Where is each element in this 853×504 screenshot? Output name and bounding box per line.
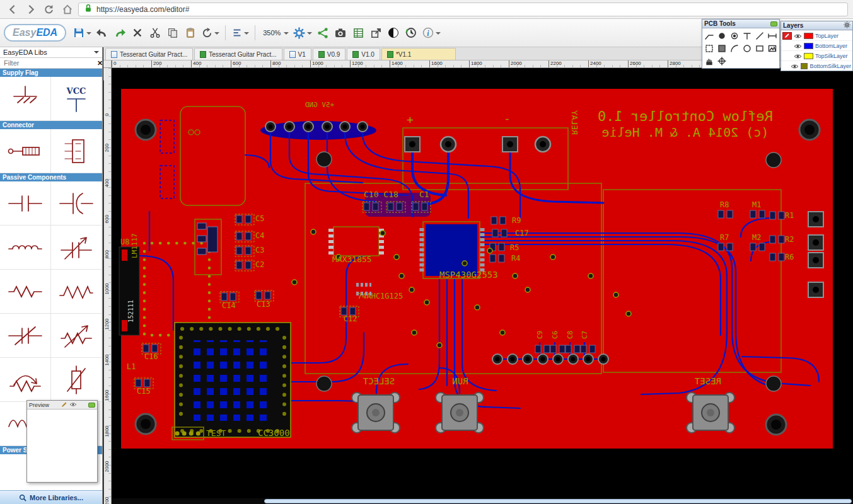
edge-pad[interactable] [808,253,823,268]
silk-label-buffer[interactable]: 74AHC1G125 [357,292,403,301]
easyeda-logo[interactable]: EasyEDA [4,24,66,42]
layer-color-chip[interactable] [804,53,813,59]
layer-row-toplayer[interactable]: TopLayer [781,30,852,40]
eye-icon[interactable] [69,402,77,408]
silk-label-c14[interactable]: C14 [222,301,236,310]
silk-label-r8[interactable]: R8 [720,200,729,209]
relay-pad[interactable] [502,137,518,152]
silk-label-reset[interactable]: RESET [694,376,721,386]
cut-button[interactable] [147,23,163,43]
libs-selector[interactable]: EasyEDA Libs [0,47,102,58]
edge-pad[interactable] [808,282,823,297]
silk-label-select[interactable]: SELECT [363,376,395,386]
reload-icon[interactable] [42,2,57,17]
silk-label-m1[interactable]: M1 [752,200,761,209]
lib-symbol-resistor-variable[interactable] [51,314,102,358]
silk-label-lm1117[interactable]: LM1117 [131,233,139,258]
eye-icon[interactable] [791,60,799,72]
silk-label-msp430[interactable]: MSP430G2553 [439,270,498,280]
horizontal-scrollbar[interactable] [112,498,853,504]
home-icon[interactable] [60,2,75,17]
copy-button[interactable] [165,23,181,43]
silk-label-c16[interactable]: C16 [144,352,158,361]
silk-label-r1[interactable]: R1 [785,211,794,220]
silk-label-c1[interactable]: C1 [419,190,429,199]
run-button-footprint[interactable] [436,392,484,433]
silk-label-cc3000[interactable]: CC3000 [258,428,290,438]
reset-button-footprint[interactable] [687,392,734,433]
lib-symbol-inductor[interactable] [0,226,51,270]
silk-label-r4[interactable]: R4 [511,254,520,263]
silk-label-c9[interactable]: C9 [536,331,544,339]
lib-symbol-resistor-zigzag[interactable] [51,270,102,314]
tab-v1-1-active[interactable]: *V1.1 [381,48,456,60]
tool-via[interactable] [729,30,741,42]
lib-symbol-ground[interactable] [0,77,51,121]
mounting-hole[interactable] [766,415,786,435]
silk-label-c6[interactable]: C6 [551,331,559,339]
minimize-icon[interactable] [770,21,777,26]
filter-input[interactable] [3,59,95,67]
section-supply-flag[interactable]: Supply Flag [0,69,102,77]
redo-button[interactable] [112,23,128,43]
relay-pad[interactable] [441,137,456,152]
bom-table-button[interactable] [350,23,366,43]
section-connector[interactable]: Connector [0,121,102,129]
silk-label-max31855[interactable]: MAX31855 [332,255,372,264]
silk-label-c13[interactable]: C13 [257,300,270,309]
pcb-board-drawing[interactable]: Reflow Controller 1.0 (c) 2014 A. & M. H… [112,68,853,504]
tab-v0-9[interactable]: V0.9 [313,48,346,60]
silk-label-l1[interactable]: L1 [127,362,136,371]
info-button[interactable]: i [421,23,442,43]
silk-label-c12[interactable]: C12 [344,314,357,323]
tool-track[interactable] [704,30,716,42]
layer-row-bottomlayer[interactable]: BottomLayer [781,40,852,50]
silk-label-c17[interactable]: C17 [515,229,529,238]
tool-origin[interactable] [716,55,728,67]
layer-row-topsilklayer[interactable]: TopSilkLayer [781,50,852,60]
undo-button[interactable] [94,23,110,43]
inner-hole[interactable] [766,376,781,391]
pencil-icon[interactable] [61,401,67,409]
tool-pad[interactable] [716,30,728,42]
silk-label-c3[interactable]: C3 [255,246,264,255]
silk-label-c8[interactable]: C8 [566,331,574,339]
edge-pad[interactable] [808,235,823,250]
preview-titlebar[interactable]: Preview [27,401,97,410]
mounting-hole[interactable] [136,414,156,434]
lib-symbol-plug-connector[interactable] [0,129,51,173]
tool-line[interactable] [753,30,765,42]
silk-label-test[interactable]: TEST [206,428,226,438]
mounting-hole[interactable] [136,120,156,140]
silk-label-r6[interactable]: R6 [785,253,794,261]
silk-label-c4[interactable]: C4 [255,231,264,240]
gear-icon[interactable] [844,21,850,30]
silk-label-plus[interactable]: + [407,113,414,126]
theme-toggle-button[interactable] [385,23,402,43]
select-button-footprint[interactable] [352,392,400,433]
silk-board-copyright[interactable]: (c) 2014 A. & M. Helie [602,125,769,140]
silk-label-r7[interactable]: R7 [720,233,729,242]
clear-filter-icon[interactable]: ✕ [97,59,103,67]
silk-label-r5[interactable]: R5 [510,243,519,252]
lib-symbol-potentiometer[interactable] [0,358,51,402]
settings-button[interactable] [291,23,313,43]
scrollbar-thumb[interactable] [264,499,852,503]
tool-drag[interactable] [704,55,716,67]
silk-label-r2[interactable]: R2 [785,235,794,244]
tab-tesseract-schematic[interactable]: Tesseract Guitar Pract... [105,48,193,60]
lib-symbol-capacitor-trimmer-arrow[interactable] [51,226,102,270]
lib-symbol-varistor[interactable] [51,358,102,402]
lib-symbol-header-connector[interactable] [51,129,102,173]
inner-hole[interactable] [316,152,332,167]
edge-pad[interactable] [808,212,823,227]
paste-button[interactable] [182,23,199,43]
save-button[interactable] [71,23,93,43]
component-cc3000[interactable] [175,323,291,437]
lib-symbol-capacitor-polarized[interactable] [51,181,102,226]
pcb-canvas-area[interactable]: 0200400600800100012001400160018002000220… [103,60,853,504]
tool-arc[interactable] [729,42,741,54]
silk-board-title[interactable]: Reflow Controller 1.0 [598,108,773,124]
lib-symbol-capacitor[interactable] [0,181,51,226]
silk-label-c7[interactable]: C7 [581,331,589,339]
